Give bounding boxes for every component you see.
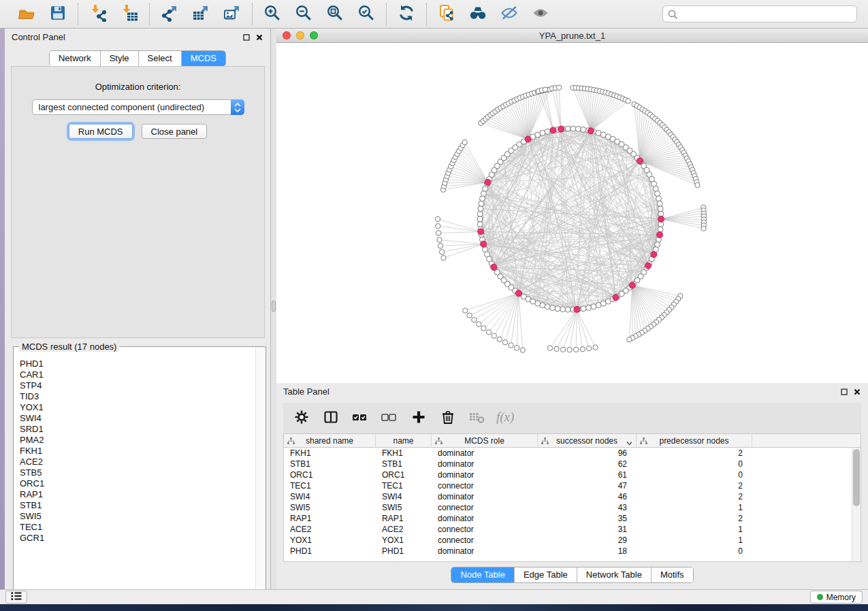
node-table-header: shared namenameMCDS rolesuccessor nodesp… bbox=[284, 434, 861, 448]
apply-layout-button[interactable] bbox=[396, 4, 417, 24]
close-panel-button[interactable]: Close panel bbox=[142, 124, 208, 139]
column-header-name[interactable]: name bbox=[376, 434, 432, 447]
panel-menu-button[interactable] bbox=[5, 591, 27, 604]
tab-style[interactable]: Style bbox=[101, 51, 139, 66]
panel-divider-grip[interactable] bbox=[272, 301, 276, 312]
tab-network[interactable]: Network bbox=[50, 51, 101, 66]
column-header-successor-nodes[interactable]: successor nodes bbox=[538, 434, 637, 447]
memory-button[interactable]: Memory bbox=[810, 591, 863, 604]
table-cell: dominator bbox=[432, 513, 538, 524]
mcds-result-item[interactable]: FKH1 bbox=[20, 446, 266, 457]
mcds-result-item[interactable]: STB1 bbox=[20, 500, 266, 511]
unselect-all-button[interactable] bbox=[381, 410, 398, 427]
control-panel-close-button[interactable] bbox=[255, 33, 263, 42]
hide-graphics-details-button[interactable] bbox=[499, 4, 519, 24]
zoom-selected-button[interactable] bbox=[356, 4, 376, 24]
table-row[interactable]: PHD1PHD1dominator180 bbox=[284, 546, 861, 557]
table-cell: 0 bbox=[637, 459, 752, 469]
table-row[interactable]: STB1STB1dominator620 bbox=[284, 459, 861, 469]
export-image-button[interactable] bbox=[222, 4, 242, 24]
table-cell: RAP1 bbox=[376, 513, 432, 524]
mcds-result-item[interactable]: SWI5 bbox=[20, 511, 266, 522]
column-header-shared-name[interactable]: shared name bbox=[284, 434, 376, 447]
mcds-result-list[interactable]: PHD1CAR1STP4TID3YOX1SWI4SRD1PMA2FKH1ACE2… bbox=[14, 347, 266, 544]
table-row[interactable]: FKH1FKH1dominator962 bbox=[284, 448, 861, 459]
mcds-result-item[interactable]: PHD1 bbox=[20, 359, 266, 369]
table-cell: 46 bbox=[538, 491, 637, 502]
mcds-result-item[interactable]: SRD1 bbox=[20, 424, 266, 435]
table-row[interactable]: ORC1ORC1dominator610 bbox=[284, 469, 861, 480]
optimization-criterion-select[interactable]: largest connected component (undirected) bbox=[32, 99, 244, 115]
column-type-icon bbox=[640, 437, 647, 447]
mcds-result-scrollbar[interactable] bbox=[255, 348, 265, 597]
mcds-result-item[interactable]: STP4 bbox=[20, 380, 266, 391]
import-network-button[interactable] bbox=[88, 4, 108, 24]
mcds-result-item[interactable]: STB5 bbox=[20, 467, 266, 478]
main-toolbar bbox=[0, 0, 868, 29]
tab-mcds[interactable]: MCDS bbox=[182, 51, 225, 66]
delete-row-button[interactable] bbox=[440, 410, 456, 427]
table-cell: YOX1 bbox=[376, 535, 432, 546]
import-table-button[interactable] bbox=[119, 4, 140, 24]
mcds-result-item[interactable]: SWI4 bbox=[20, 413, 266, 424]
table-panel-float-button[interactable] bbox=[840, 388, 848, 396]
mcds-result-item[interactable]: YOX1 bbox=[20, 402, 266, 413]
table-cell: 31 bbox=[538, 524, 637, 535]
tab-node-table[interactable]: Node Table bbox=[451, 567, 515, 582]
network-window-titlebar[interactable]: YPA_prune.txt_1 bbox=[276, 29, 868, 43]
table-cell: connector bbox=[432, 524, 538, 535]
table-row[interactable]: YOX1YOX1connector291 bbox=[284, 535, 861, 546]
zoom-fit-button[interactable] bbox=[325, 4, 345, 24]
mcds-result-item[interactable]: CAR1 bbox=[20, 369, 266, 380]
find-button[interactable] bbox=[468, 4, 488, 24]
tab-select[interactable]: Select bbox=[139, 51, 182, 66]
tab-network-table[interactable]: Network Table bbox=[577, 567, 652, 582]
table-panel-close-button[interactable] bbox=[853, 388, 861, 396]
run-mcds-button[interactable]: Run MCDS bbox=[69, 124, 133, 139]
search-input[interactable] bbox=[662, 5, 857, 22]
table-cell: FKH1 bbox=[376, 448, 432, 459]
control-panel-float-button[interactable] bbox=[242, 33, 251, 42]
table-cell: STB1 bbox=[376, 459, 432, 469]
sort-desc-icon bbox=[626, 438, 632, 448]
tab-edge-table[interactable]: Edge Table bbox=[515, 567, 577, 582]
zoom-out-button[interactable] bbox=[293, 4, 314, 24]
table-scrollbar[interactable] bbox=[852, 448, 861, 561]
mcds-result-item[interactable]: TID3 bbox=[20, 391, 266, 402]
column-header-predecessor-nodes[interactable]: predecessor nodes bbox=[637, 434, 752, 447]
table-cell: 35 bbox=[538, 513, 637, 524]
table-cell: connector bbox=[432, 480, 538, 491]
tab-motifs[interactable]: Motifs bbox=[652, 567, 693, 582]
table-cell: 61 bbox=[538, 469, 637, 480]
show-columns-button[interactable] bbox=[323, 410, 339, 427]
table-settings-button[interactable] bbox=[293, 410, 310, 427]
table-row[interactable]: ACE2ACE2connector311 bbox=[284, 524, 861, 535]
export-network-button[interactable] bbox=[159, 4, 180, 24]
mcds-result-item[interactable]: TEC1 bbox=[20, 522, 266, 533]
add-row-button[interactable] bbox=[411, 410, 427, 427]
desktop-wallpaper-strip bbox=[0, 604, 868, 611]
network-window-title: YPA_prune.txt_1 bbox=[276, 31, 868, 41]
new-network-from-selection-button[interactable] bbox=[436, 4, 457, 24]
table-row[interactable]: SWI4SWI4dominator462 bbox=[284, 491, 861, 502]
mcds-result-item[interactable]: GCR1 bbox=[20, 533, 266, 544]
mcds-result-item[interactable]: RAP1 bbox=[20, 489, 266, 500]
table-scrollbar-thumb[interactable] bbox=[853, 449, 860, 506]
mcds-result-item[interactable]: ACE2 bbox=[20, 457, 266, 467]
column-header-MCDS-role[interactable]: MCDS role bbox=[432, 434, 538, 447]
table-row[interactable]: SWI5SWI5connector431 bbox=[284, 502, 861, 513]
panel-divider[interactable] bbox=[271, 29, 276, 589]
mcds-result-item[interactable]: ORC1 bbox=[20, 478, 266, 489]
select-all-button[interactable] bbox=[352, 410, 368, 427]
zoom-in-button[interactable] bbox=[262, 4, 283, 24]
table-cell: dominator bbox=[432, 459, 538, 469]
table-cell: 1 bbox=[637, 502, 752, 513]
open-file-button[interactable] bbox=[16, 4, 37, 24]
table-cell: dominator bbox=[432, 448, 538, 459]
save-session-button[interactable] bbox=[48, 4, 68, 24]
export-table-button[interactable] bbox=[191, 4, 211, 24]
table-row[interactable]: RAP1RAP1dominator352 bbox=[284, 513, 861, 524]
mcds-result-item[interactable]: PMA2 bbox=[20, 435, 266, 446]
network-canvas[interactable] bbox=[276, 43, 868, 383]
table-row[interactable]: TEC1TEC1connector472 bbox=[284, 480, 861, 491]
